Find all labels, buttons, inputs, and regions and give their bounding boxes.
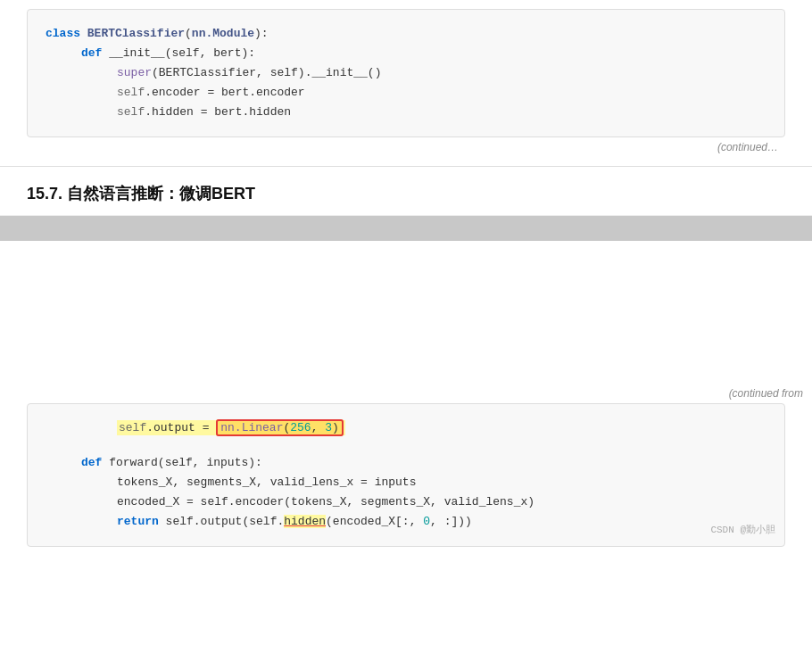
code-line-output: self.output = nn.Linear(256, 3) xyxy=(46,418,766,438)
watermark: CSDN @勤小胆 xyxy=(710,522,775,539)
top-section: class BERTClassifier(nn.Module): def __i… xyxy=(0,0,812,166)
code-line-forward: def forward(self, inputs): xyxy=(46,453,766,473)
bottom-code-block: self.output = nn.Linear(256, 3) def forw… xyxy=(27,403,785,546)
empty-line xyxy=(46,441,766,453)
code-line-5: self.hidden = bert.hidden xyxy=(46,103,766,122)
divider-bar xyxy=(0,216,812,241)
spacer-large xyxy=(0,241,812,384)
keyword-class: class xyxy=(46,27,87,40)
code-line-1: class BERTClassifier(nn.Module): xyxy=(46,24,766,44)
bottom-section: self.output = nn.Linear(256, 3) def forw… xyxy=(0,403,812,555)
keyword-def: def xyxy=(81,46,109,60)
code-line-3: super(BERTClassifier, self).__init__() xyxy=(46,63,766,83)
continued-label-bottom: (continued from xyxy=(0,384,812,403)
section-header: 15.7. 自然语言推断：微调BERT xyxy=(0,167,812,216)
page-container: class BERTClassifier(nn.Module): def __i… xyxy=(0,0,812,556)
highlighted-nn-linear: nn.Linear(256, 3) xyxy=(216,419,344,436)
code-line-encoded: encoded_X = self.encoder(tokens_X, segme… xyxy=(46,492,766,512)
class-name: BERTClassifier xyxy=(87,27,185,40)
code-line-tokens: tokens_X, segments_X, valid_lens_x = inp… xyxy=(46,473,766,492)
section-title: 15.7. 自然语言推断：微调BERT xyxy=(27,185,255,203)
continued-label-top: (continued… xyxy=(0,137,785,157)
code-line-4: self.encoder = bert.encoder xyxy=(46,83,766,103)
top-code-block: class BERTClassifier(nn.Module): def __i… xyxy=(27,9,785,137)
code-line-return: return self.output(self.hidden(encoded_X… xyxy=(46,512,766,532)
hidden-highlight: hidden xyxy=(284,515,326,528)
code-line-2: def __init__(self, bert): xyxy=(46,44,766,63)
